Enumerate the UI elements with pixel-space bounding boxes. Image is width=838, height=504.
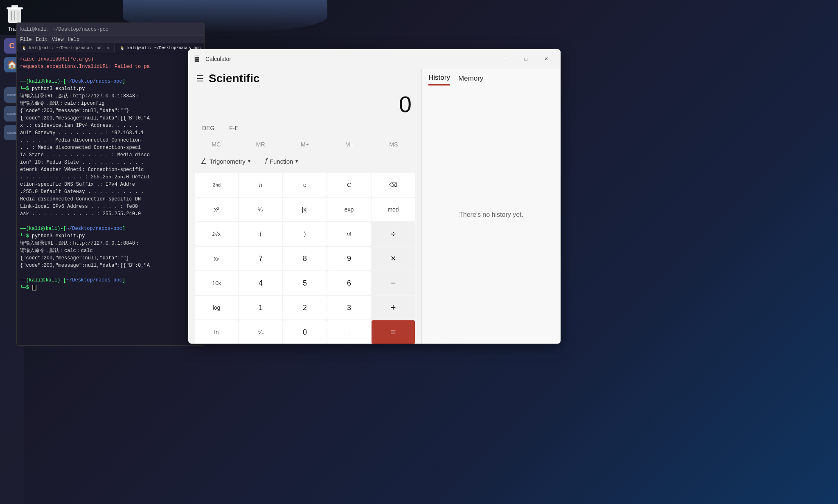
terminal-title: kali@kali: ~/Desktop/nacos-poc bbox=[20, 27, 108, 32]
mod-button[interactable]: mod bbox=[372, 198, 415, 221]
terminal-line: x .: dsldevice.lan IPv4 Address. . . . . bbox=[20, 122, 201, 129]
terminal-line: Media disconnected Connection-specific D… bbox=[20, 196, 201, 203]
terminal-line: {"code":200,"message":null,"data":[{"B":… bbox=[20, 262, 201, 269]
deg-button[interactable]: DEG bbox=[196, 123, 220, 133]
1-button[interactable]: 1 bbox=[239, 296, 282, 320]
terminal-line: ask . . . . . . . . . . . : 255.255.240.… bbox=[20, 210, 201, 218]
e-button[interactable]: e bbox=[283, 173, 327, 197]
function-icon: f bbox=[265, 157, 267, 166]
trig-icon: ∠ bbox=[200, 157, 207, 166]
backspace-button[interactable]: ⌫ bbox=[372, 173, 415, 197]
3-button[interactable]: 3 bbox=[327, 296, 371, 320]
factorial-button[interactable]: n! bbox=[327, 222, 371, 246]
calc-display: 0 bbox=[188, 87, 421, 122]
calc-display-value: 0 bbox=[399, 91, 412, 117]
mplus-button[interactable]: M+ bbox=[284, 138, 326, 151]
4-button[interactable]: 4 bbox=[239, 271, 282, 295]
terminal-line bbox=[20, 218, 201, 225]
calc-title-controls: ─ □ ✕ bbox=[496, 52, 556, 65]
7-button[interactable]: 7 bbox=[239, 247, 282, 270]
desktop: Trash C 🏠 nacos nacos nacos kali@kali: ~… bbox=[0, 0, 838, 504]
terminal-line: 请输入命令，默认：calc：calc bbox=[20, 247, 201, 254]
ms-button[interactable]: MS bbox=[372, 138, 415, 151]
terminal-line: requests.exceptions.InvalidURL: Failed t… bbox=[20, 63, 201, 70]
menu-file[interactable]: File bbox=[20, 37, 32, 43]
ln-button[interactable]: ln bbox=[195, 320, 238, 344]
trigonometry-dropdown[interactable]: ∠ Trigonometry ▾ bbox=[195, 154, 256, 168]
calc-memory-row: MC MR M+ M– MS bbox=[188, 136, 421, 153]
terminal-line: └─$ python3 exploit.py bbox=[20, 232, 201, 240]
terminal-line: 请输入命令，默认：calc：ipconfig bbox=[20, 100, 201, 107]
plusminus-button[interactable]: ⁺∕₋ bbox=[239, 320, 282, 344]
menu-view[interactable]: View bbox=[52, 37, 64, 43]
terminal-window: kali@kali: ~/Desktop/nacos-poc File Edit… bbox=[16, 22, 205, 346]
mc-button[interactable]: MC bbox=[195, 138, 237, 151]
terminal-line: ction-specific DNS Suffix .: IPv4 Addre bbox=[20, 181, 201, 188]
mr-button[interactable]: MR bbox=[239, 138, 282, 151]
xpower-button[interactable]: xy bbox=[195, 247, 238, 270]
add-button[interactable]: + bbox=[372, 296, 415, 320]
terminal-line: {"code":200,"message":null,"data":[{"B":… bbox=[20, 115, 201, 122]
menu-help[interactable]: Help bbox=[68, 37, 79, 43]
terminal-line: 请输入目录URL，默认：http://127.0.0.1:8848： bbox=[20, 240, 201, 247]
fe-button[interactable]: F-E bbox=[223, 123, 244, 133]
0-button[interactable]: 0 bbox=[283, 320, 327, 344]
rparen-button[interactable]: ) bbox=[283, 222, 327, 246]
calc-history-tabs: History Memory bbox=[422, 69, 561, 86]
terminal-line: ault Gateway . . . . . . . . : 192.168.1… bbox=[20, 129, 201, 137]
decimal-button[interactable]: . bbox=[327, 320, 371, 344]
5-button[interactable]: 5 bbox=[283, 271, 327, 295]
terminal-line: Link-local IPv6 Address . . . . . : fe80 bbox=[20, 203, 201, 210]
menu-edit[interactable]: Edit bbox=[36, 37, 48, 43]
terminal-line: . . : Media disconnected Connection-spec… bbox=[20, 144, 201, 151]
9-button[interactable]: 9 bbox=[327, 247, 371, 270]
memory-tab[interactable]: Memory bbox=[458, 74, 483, 86]
terminal-line: ia State . . . . . . . . . . . : Media d… bbox=[20, 151, 201, 159]
terminal-line bbox=[20, 269, 201, 277]
abs-button[interactable]: |x| bbox=[283, 198, 327, 221]
xsquared-button[interactable]: x² bbox=[195, 198, 238, 221]
calc-titlebar: 🖩 Calculator ─ □ ✕ bbox=[188, 49, 561, 69]
terminal-content[interactable]: raise InvalidURL(*e.args) requests.excep… bbox=[17, 53, 204, 345]
close-button[interactable]: ✕ bbox=[537, 52, 556, 65]
equals-button[interactable]: = bbox=[372, 320, 415, 344]
second-button[interactable]: 2nd bbox=[195, 173, 238, 197]
terminal-line: ──(kali㉿kali)-[~/Desktop/nacos-poc] bbox=[20, 78, 201, 85]
terminal-menubar: File Edit View Help bbox=[17, 36, 204, 43]
tab-close-1[interactable]: ✕ bbox=[107, 45, 110, 51]
calc-app-icon: 🖩 bbox=[193, 54, 201, 64]
terminal-line: .255.0 Default Gateway . . . . . . . . .… bbox=[20, 188, 201, 196]
calculator-window: 🖩 Calculator ─ □ ✕ ☰ Scientific 0 bbox=[188, 49, 561, 344]
calc-header: ☰ Scientific bbox=[188, 69, 421, 87]
history-tab[interactable]: History bbox=[428, 74, 450, 86]
divide-button[interactable]: ÷ bbox=[372, 222, 415, 246]
tenpower-button[interactable]: 10x bbox=[195, 271, 238, 295]
2-button[interactable]: 2 bbox=[283, 296, 327, 320]
calc-mode-title: Scientific bbox=[209, 72, 259, 85]
mminus-button[interactable]: M– bbox=[328, 138, 370, 151]
pi-button[interactable]: π bbox=[239, 173, 282, 197]
sqrt-button[interactable]: 2√x bbox=[195, 222, 238, 246]
maximize-button[interactable]: □ bbox=[516, 52, 535, 65]
terminal-line: ion* 10: Media State . . . . . . . . . .… bbox=[20, 159, 201, 166]
minimize-button[interactable]: ─ bbox=[496, 52, 515, 65]
terminal-tab-1[interactable]: 🐧 kali@kali: ~/Desktop/nacos-poc ✕ bbox=[17, 43, 115, 53]
svg-rect-2 bbox=[11, 5, 18, 8]
lparen-button[interactable]: ( bbox=[239, 222, 282, 246]
trig-chevron-icon: ▾ bbox=[248, 158, 250, 164]
6-button[interactable]: 6 bbox=[327, 271, 371, 295]
8-button[interactable]: 8 bbox=[283, 247, 327, 270]
calc-app-title: Calculator bbox=[205, 56, 231, 62]
calc-main: ☰ Scientific 0 DEG F-E MC MR M+ M– bbox=[188, 69, 421, 344]
function-label: Function bbox=[270, 158, 293, 165]
subtract-button[interactable]: − bbox=[372, 271, 415, 295]
function-dropdown[interactable]: f Function ▾ bbox=[259, 154, 304, 168]
calc-menu-icon[interactable]: ☰ bbox=[196, 74, 204, 83]
multiply-button[interactable]: × bbox=[372, 247, 415, 270]
calc-function-row: ∠ Trigonometry ▾ f Function ▾ bbox=[188, 153, 421, 171]
terminal-line bbox=[20, 70, 201, 78]
exp-button[interactable]: exp bbox=[327, 198, 371, 221]
reciprocal-button[interactable]: ¹⁄ₓ bbox=[239, 198, 282, 221]
clear-button[interactable]: C bbox=[327, 173, 371, 197]
log-button[interactable]: log bbox=[195, 296, 238, 320]
